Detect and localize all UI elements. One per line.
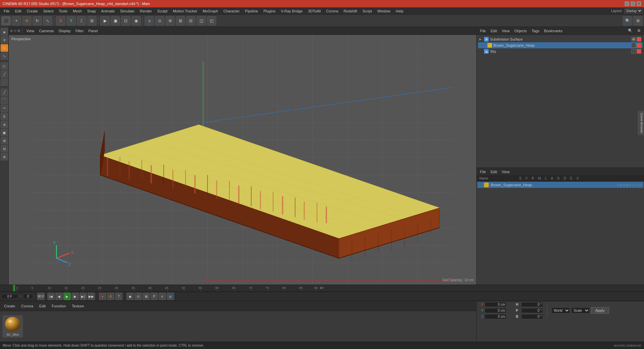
toolbar-search[interactable]: 🔍 <box>623 16 632 26</box>
vp-panel[interactable]: Panel <box>86 28 100 34</box>
toolbar-z-axis[interactable]: Z <box>77 16 86 26</box>
tool-edge[interactable]: ╱ <box>1 70 8 78</box>
tool-polygon[interactable]: ⬡ <box>1 62 8 70</box>
bb-create[interactable]: Create <box>1 303 18 309</box>
toolbar-display-7[interactable]: ◰ <box>207 16 216 26</box>
tool-paint[interactable]: ⊛ <box>1 121 8 128</box>
world-select[interactable]: World Object <box>551 307 570 313</box>
menu-sculpt[interactable]: Sculpt <box>155 8 170 14</box>
coord-x-input[interactable] <box>485 302 506 307</box>
pb-auto[interactable]: A <box>107 293 114 300</box>
menu-plugins[interactable]: Plugins <box>261 8 278 14</box>
tool-texture[interactable]: ▣ <box>1 129 8 136</box>
om-edit[interactable]: Edit <box>489 28 499 34</box>
pb-end-frame[interactable] <box>37 293 45 300</box>
tool-curve[interactable]: ⌒ <box>1 97 8 104</box>
coord-p-input[interactable] <box>521 308 543 313</box>
tree-item-sky[interactable]: ☁ Sky <box>478 48 643 54</box>
toolbar-y-axis[interactable]: Y <box>66 16 76 26</box>
menu-tools[interactable]: Tools <box>56 8 70 14</box>
vp-cameras[interactable]: Cameras <box>37 28 56 34</box>
close-button[interactable]: ✕ <box>637 1 641 6</box>
tree-check-2[interactable] <box>637 43 641 48</box>
sub-frame-input[interactable] <box>23 294 33 299</box>
toolbar-display-3[interactable]: ⚙ <box>165 16 175 26</box>
menu-file[interactable]: File <box>1 8 12 14</box>
tree-vis-3[interactable] <box>631 49 636 54</box>
coord-z-input[interactable] <box>485 314 506 319</box>
toolbar-render[interactable]: ▶ <box>100 16 110 26</box>
scene-browser-tab[interactable]: Scene Browser <box>638 111 644 135</box>
pb-mode4[interactable]: ≡ <box>159 293 166 300</box>
vp-display[interactable]: Display <box>57 28 73 34</box>
menu-pipeline[interactable]: Pipeline <box>243 8 260 14</box>
toolbar-move[interactable]: ✛ <box>22 16 32 26</box>
toolbar-display-6[interactable]: ◫ <box>197 16 206 26</box>
menu-corona[interactable]: Corona <box>324 8 340 14</box>
om-bookmarks[interactable]: Bookmarks <box>542 28 565 34</box>
maximize-button[interactable]: □ <box>631 1 635 6</box>
toolbar-display-4[interactable]: ⊞ <box>176 16 185 26</box>
pb-play[interactable]: ▶ <box>63 293 71 300</box>
bb-edit[interactable]: Edit <box>37 303 48 309</box>
material-thumb-scslice[interactable]: SC_Slice <box>3 315 23 337</box>
pb-info[interactable]: ? <box>115 293 122 300</box>
coord-h-input[interactable] <box>521 302 543 307</box>
toolbar-render-anim[interactable]: ◉ <box>131 16 141 26</box>
coord-y-input[interactable] <box>485 308 506 313</box>
tree-check-3[interactable] <box>637 49 641 54</box>
layout-select[interactable]: Startup <box>624 8 643 13</box>
pb-mode2[interactable]: ⊠ <box>143 293 150 300</box>
toolbar-scale[interactable]: ⤡ <box>43 16 52 26</box>
current-frame-input[interactable] <box>1 294 18 299</box>
tool-spline[interactable]: 〜 <box>1 105 8 112</box>
toolbar-coord[interactable]: ⊞ <box>87 16 97 26</box>
menu-create[interactable]: Create <box>24 8 40 14</box>
tree-vis-2[interactable] <box>631 43 636 48</box>
tool-line[interactable]: ╱ <box>1 89 8 96</box>
menu-motion-tracker[interactable]: Motion Tracker <box>170 8 200 14</box>
pb-key[interactable]: ◆ <box>126 293 134 300</box>
toolbar-mode-obj[interactable]: ⬛ <box>1 16 11 26</box>
mat-row-sugarcane[interactable]: Brown_Sugarcane_Heap ⊙ ⊞ ⊟ ⊠ ⊡ △ ▽ ◁ ▷ <box>477 182 643 188</box>
tool-rotate[interactable]: ↻ <box>1 44 8 52</box>
mm-file[interactable]: File <box>478 169 488 174</box>
bb-corona[interactable]: Corona <box>18 303 36 309</box>
menu-mograph[interactable]: MoGraph <box>200 8 220 14</box>
tree-check-1[interactable] <box>637 37 641 42</box>
pb-end[interactable]: ▶▶ <box>88 293 95 300</box>
menu-animate[interactable]: Animate <box>99 8 117 14</box>
menu-select[interactable]: Select <box>41 8 56 14</box>
om-tags[interactable]: Tags <box>530 28 541 34</box>
tree-vis-1[interactable] <box>631 37 636 42</box>
toolbar-rotate[interactable]: ↻ <box>33 16 42 26</box>
pb-prev-key[interactable]: |◀ <box>47 293 55 300</box>
om-file[interactable]: File <box>478 28 488 34</box>
toolbar-display-1[interactable]: ◈ <box>145 16 154 26</box>
toolbar-add-obj[interactable]: + <box>12 16 21 26</box>
coord-b-input[interactable] <box>521 314 543 319</box>
tool-move[interactable]: ✛ <box>1 36 8 44</box>
end-frame-input[interactable] <box>34 295 48 298</box>
pb-mode1[interactable]: ⊙ <box>135 293 142 300</box>
tool-extra1[interactable]: ⊞ <box>1 137 8 144</box>
window-controls[interactable]: ─ □ ✕ <box>625 1 641 6</box>
toolbar-display-5[interactable]: ⊟ <box>186 16 196 26</box>
vp-filter[interactable]: Filter <box>73 28 86 34</box>
pb-mode5[interactable]: ▣ <box>167 293 174 300</box>
pb-prev-frame[interactable]: ◀ <box>55 293 63 300</box>
tool-extra2[interactable]: ⊟ <box>1 145 8 152</box>
pb-next-key[interactable]: ▶| <box>79 293 87 300</box>
minimize-button[interactable]: ─ <box>625 1 629 6</box>
menu-3dtoall[interactable]: 3DToAll <box>306 8 323 14</box>
apply-button[interactable]: Apply <box>591 307 609 314</box>
toolbar-x-axis[interactable]: X <box>56 16 65 26</box>
menu-script[interactable]: Script <box>360 8 374 14</box>
tree-item-subdivision[interactable]: ▶ ⊞ Subdivision Surface <box>478 36 643 42</box>
menu-mesh[interactable]: Mesh <box>70 8 84 14</box>
mm-view[interactable]: View <box>500 169 512 174</box>
menu-vray[interactable]: V-Ray Bridge <box>279 8 305 14</box>
toolbar-render-view[interactable]: ⊡ <box>121 16 130 26</box>
pb-record[interactable]: ● <box>99 293 106 300</box>
menu-render[interactable]: Render <box>138 8 154 14</box>
